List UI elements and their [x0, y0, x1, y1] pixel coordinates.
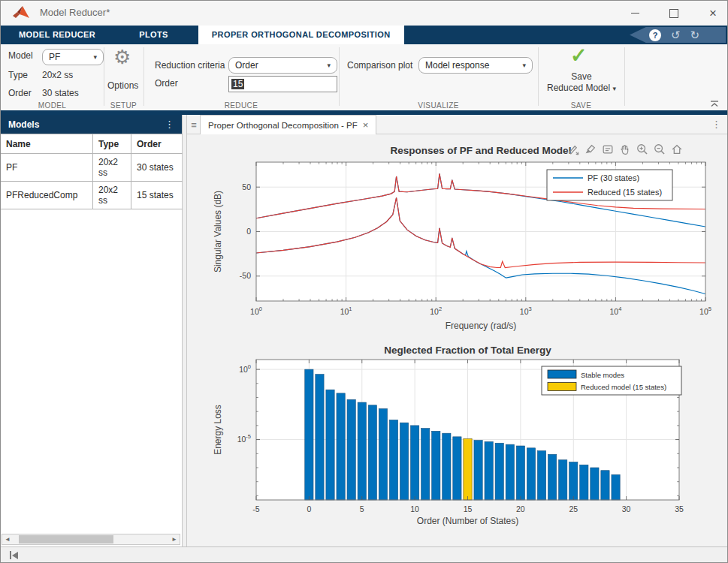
svg-text:102: 102	[430, 306, 442, 316]
comparison-plot-label: Comparison plot	[347, 60, 412, 71]
svg-text:Neglected Fraction of Total En: Neglected Fraction of Total Energy	[384, 345, 551, 356]
model-label: Model	[8, 50, 33, 61]
chevron-down-icon: ▾	[522, 62, 526, 69]
order-input[interactable]: 15	[228, 76, 337, 92]
order-input-value: 15	[231, 79, 244, 89]
pod-figure[interactable]: 100101102103104105-50050Responses of PF …	[187, 134, 728, 546]
save-section-title: SAVE	[538, 101, 624, 110]
maximize-button[interactable]	[667, 7, 681, 20]
window-title: Model Reducer*	[40, 7, 110, 18]
svg-text:10: 10	[410, 504, 419, 513]
svg-text:Reduced model (15 states): Reduced model (15 states)	[581, 383, 666, 391]
axes-toolbar	[566, 142, 684, 157]
save-reduced-model-button[interactable]: Save Reduced Model ▾	[540, 71, 623, 95]
zoom-out-icon[interactable]	[652, 142, 667, 157]
svg-text:100: 100	[250, 306, 262, 316]
reduce-order-label: Order	[155, 78, 178, 89]
chevron-down-icon: ▾	[93, 53, 97, 61]
datatips-icon[interactable]	[600, 142, 615, 157]
scroll-right-icon[interactable]: ►	[169, 536, 180, 543]
chevron-down-icon: ▾	[327, 62, 331, 69]
svg-text:Responses of PF and Reduced Mo: Responses of PF and Reduced Model	[391, 145, 572, 156]
svg-text:5: 5	[360, 504, 364, 513]
table-row[interactable]: PFReducedComp 20x2 ss 15 states	[1, 182, 183, 209]
chevron-down-icon: ▾	[612, 85, 616, 92]
collapse-toolstrip-icon[interactable]	[709, 100, 720, 107]
svg-text:-5: -5	[252, 504, 259, 513]
toolstrip: Model PF ▾ Type 20x2 ss Order 30 states …	[1, 44, 727, 110]
tab-model-reducer[interactable]: MODEL REDUCER	[5, 26, 109, 44]
model-dropdown[interactable]: PF ▾	[42, 49, 104, 65]
svg-text:103: 103	[520, 306, 532, 316]
redo-icon[interactable]: ↻	[690, 29, 700, 41]
status-bar	[1, 546, 727, 563]
table-row[interactable]: PF 20x2 ss 30 states	[1, 154, 183, 182]
type-value: 20x2 ss	[42, 70, 73, 80]
svg-text:15: 15	[464, 504, 473, 513]
visualize-section-title: VISUALIZE	[339, 101, 538, 110]
reduction-criteria-dropdown[interactable]: Order ▾	[228, 57, 337, 74]
svg-text:Stable modes: Stable modes	[581, 371, 624, 379]
svg-text:25: 25	[569, 504, 578, 513]
restore-view-icon[interactable]	[669, 142, 684, 157]
panel-menu-icon[interactable]: ⋮	[165, 119, 174, 130]
svg-text:104: 104	[609, 306, 621, 316]
svg-text:100: 100	[239, 363, 251, 374]
pan-icon[interactable]	[618, 142, 633, 157]
minimize-button[interactable]	[628, 7, 642, 20]
brush-icon[interactable]	[583, 142, 598, 157]
matlab-logo-icon	[12, 5, 30, 21]
ribbon-tab-bar: MODEL REDUCER PLOTS PROPER ORTHOGONAL DE…	[1, 26, 727, 44]
close-button[interactable]: ×	[706, 7, 720, 20]
reduction-criteria-label: Reduction criteria	[155, 60, 225, 71]
models-panel: Models ⋮ Name Type Order PF 20x2 ss 30 s…	[1, 115, 183, 546]
svg-text:101: 101	[340, 306, 352, 316]
svg-text:Order (Number of States): Order (Number of States)	[417, 516, 518, 526]
type-label: Type	[8, 70, 28, 80]
options-button[interactable]: Options	[107, 80, 138, 91]
horizontal-scrollbar[interactable]: ◄ ►	[2, 534, 180, 545]
order-label: Order	[8, 88, 32, 98]
undo-icon[interactable]: ↺	[671, 29, 681, 41]
document-bar-actions-icon[interactable]: ⋮	[711, 119, 721, 130]
order-value: 30 states	[42, 88, 79, 98]
models-panel-header: Models ⋮	[1, 115, 182, 134]
svg-text:50: 50	[242, 182, 251, 191]
zoom-in-icon[interactable]	[635, 142, 650, 157]
help-icon[interactable]: ?	[649, 29, 661, 41]
gear-icon[interactable]: ⚙	[113, 46, 131, 69]
comparison-plot-dropdown[interactable]: Model response ▾	[418, 57, 533, 74]
document-tab[interactable]: Proper Orthogonal Decomposition - PF ×	[200, 115, 376, 134]
scrollbar-thumb[interactable]	[19, 535, 113, 543]
setup-section-title: SETUP	[104, 101, 143, 110]
document-tab-bar: ≡ Proper Orthogonal Decomposition - PF ×…	[187, 115, 728, 134]
svg-text:Singular Values (dB): Singular Values (dB)	[213, 191, 223, 272]
scroll-left-icon[interactable]: ◄	[2, 536, 13, 543]
tab-plots[interactable]: PLOTS	[125, 26, 182, 44]
model-section-title: MODEL	[1, 101, 104, 110]
svg-text:Energy Loss: Energy Loss	[213, 405, 223, 455]
svg-text:0: 0	[307, 504, 311, 513]
tab-proper-orthogonal-decomposition[interactable]: PROPER ORTHOGONAL DECOMPOSITION	[198, 26, 404, 44]
svg-text:PF (30 states): PF (30 states)	[588, 173, 639, 182]
models-panel-title: Models	[8, 119, 39, 130]
quick-access-toolbar: ? ↺ ↻	[630, 27, 726, 43]
models-table-header-row: Name Type Order	[1, 134, 183, 154]
export-icon[interactable]	[566, 142, 581, 157]
svg-text:105: 105	[699, 306, 711, 316]
svg-text:-50: -50	[240, 271, 251, 280]
document-bar-menu-icon[interactable]: ≡	[189, 118, 199, 131]
svg-text:Frequency (rad/s): Frequency (rad/s)	[446, 321, 517, 331]
svg-text:Reduced (15 states): Reduced (15 states)	[588, 188, 662, 197]
reduce-section-title: REDUCE	[143, 101, 339, 110]
figure-canvas[interactable]: 100101102103104105-50050Responses of PF …	[187, 134, 728, 546]
collapse-panel-icon[interactable]	[10, 551, 18, 559]
svg-text:35: 35	[675, 504, 684, 513]
svg-text:20: 20	[516, 504, 525, 513]
models-table: Name Type Order PF 20x2 ss 30 states PFR…	[1, 134, 183, 209]
save-check-icon: ✓	[570, 44, 588, 68]
title-bar: Model Reducer* ×	[1, 1, 727, 26]
svg-text:10-5: 10-5	[237, 433, 251, 444]
svg-text:30: 30	[622, 504, 631, 513]
close-tab-icon[interactable]: ×	[363, 119, 369, 131]
